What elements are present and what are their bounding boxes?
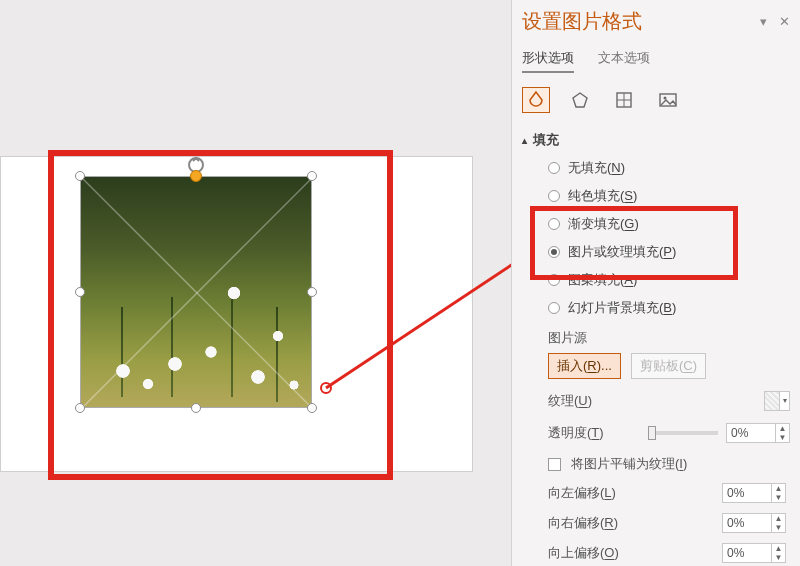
- radio-icon: [548, 302, 560, 314]
- picture-source-label: 图片源: [548, 329, 790, 347]
- svg-line-3: [326, 254, 528, 388]
- svg-marker-6: [573, 93, 587, 107]
- adjust-handle[interactable]: [190, 170, 202, 182]
- radio-icon: [548, 162, 560, 174]
- selected-shape[interactable]: [80, 176, 312, 408]
- resize-handle-sw[interactable]: [75, 403, 85, 413]
- effects-icon[interactable]: [566, 87, 594, 113]
- spin-up-icon[interactable]: ▲: [772, 544, 785, 553]
- fill-pattern-option[interactable]: 图案填充(A): [548, 271, 790, 289]
- offset-top-spinner[interactable]: ▲▼: [722, 543, 786, 563]
- spin-up-icon[interactable]: ▲: [772, 484, 785, 493]
- canvas-area[interactable]: [0, 0, 511, 566]
- transparency-input[interactable]: [727, 424, 775, 442]
- offset-top-input[interactable]: [723, 544, 771, 562]
- fill-gradient-option[interactable]: 渐变填充(G): [548, 215, 790, 233]
- spin-up-icon[interactable]: ▲: [776, 424, 789, 433]
- offset-right-input[interactable]: [723, 514, 771, 532]
- texture-picker[interactable]: ▾: [764, 391, 790, 411]
- resize-handle-se[interactable]: [307, 403, 317, 413]
- transparency-spinner[interactable]: ▲▼: [726, 423, 790, 443]
- resize-handle-ne[interactable]: [307, 171, 317, 181]
- tab-shape-options[interactable]: 形状选项: [522, 49, 574, 73]
- spin-down-icon[interactable]: ▼: [776, 433, 789, 442]
- spin-down-icon[interactable]: ▼: [772, 553, 785, 562]
- tab-text-options[interactable]: 文本选项: [598, 49, 650, 73]
- transparency-slider[interactable]: [648, 431, 718, 435]
- picture-shape[interactable]: [80, 176, 312, 408]
- spin-up-icon[interactable]: ▲: [772, 514, 785, 523]
- collapse-icon: ▴: [522, 135, 527, 146]
- offset-left-spinner[interactable]: ▲▼: [722, 483, 786, 503]
- fill-section-label: 填充: [533, 131, 559, 149]
- resize-handle-w[interactable]: [75, 287, 85, 297]
- size-properties-icon[interactable]: [610, 87, 638, 113]
- fill-line-icon[interactable]: [522, 87, 550, 113]
- svg-point-11: [664, 97, 667, 100]
- picture-icon[interactable]: [654, 87, 682, 113]
- insert-button[interactable]: 插入(R)...: [548, 353, 621, 379]
- task-pane-options-icon[interactable]: ▾: [760, 14, 767, 29]
- tile-checkbox[interactable]: [548, 458, 561, 471]
- fill-none-option[interactable]: 无填充(N): [548, 159, 790, 177]
- fill-picture-option[interactable]: 图片或纹理填充(P): [548, 243, 790, 261]
- offset-left-input[interactable]: [723, 484, 771, 502]
- resize-handle-s[interactable]: [191, 403, 201, 413]
- radio-icon: [548, 246, 560, 258]
- fill-solid-option[interactable]: 纯色填充(S): [548, 187, 790, 205]
- annotation-arrow: [314, 230, 534, 400]
- radio-icon: [548, 190, 560, 202]
- format-picture-panel: 设置图片格式 ▾ ✕ 形状选项 文本选项 ▴ 填充 无填充(: [511, 0, 800, 566]
- fill-slidebg-option[interactable]: 幻灯片背景填充(B): [548, 299, 790, 317]
- radio-icon: [548, 274, 560, 286]
- radio-icon: [548, 218, 560, 230]
- resize-handle-nw[interactable]: [75, 171, 85, 181]
- spin-down-icon[interactable]: ▼: [772, 493, 785, 502]
- close-icon[interactable]: ✕: [779, 14, 790, 29]
- offset-right-spinner[interactable]: ▲▼: [722, 513, 786, 533]
- spin-down-icon[interactable]: ▼: [772, 523, 785, 532]
- panel-title: 设置图片格式: [522, 8, 642, 35]
- clipboard-button: 剪贴板(C): [631, 353, 706, 379]
- fill-section-header[interactable]: ▴ 填充: [522, 131, 790, 149]
